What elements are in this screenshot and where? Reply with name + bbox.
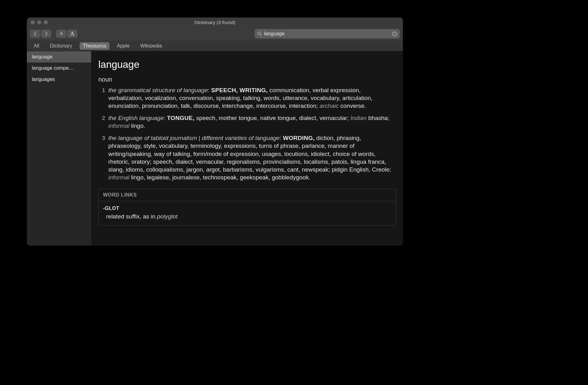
word-links-header: WORD LINKS — [99, 189, 396, 201]
sense: 1 the grammatical structure of language:… — [98, 86, 396, 110]
fullscreen-window-button[interactable] — [44, 20, 48, 24]
headword: language — [98, 59, 396, 70]
sense-body: the grammatical structure of language: S… — [108, 86, 396, 110]
sense-body: the English language: TONGUE, speech, mo… — [108, 114, 396, 130]
part-of-speech: noun — [98, 76, 396, 83]
source-tab-wikipedia[interactable]: Wikipedia — [137, 42, 165, 50]
source-tab-dictionary[interactable]: Dictionary — [47, 42, 75, 50]
register-label: informal — [108, 122, 130, 129]
svg-line-1 — [260, 34, 262, 36]
search-icon — [257, 31, 262, 36]
content-area: language language compe… languages langu… — [27, 51, 403, 246]
window-title: Dictionary (3 found) — [27, 20, 403, 25]
close-icon — [393, 32, 396, 35]
word-links-box: WORD LINKS -GLOT related suffix, as in p… — [98, 189, 396, 226]
nav-group — [30, 30, 51, 38]
back-button[interactable] — [30, 30, 40, 38]
source-tab-apple[interactable]: Apple — [114, 42, 133, 50]
font-decrease-button[interactable]: A — [56, 30, 66, 38]
example-text: the grammatical structure of language — [108, 87, 208, 93]
sidebar-item[interactable]: languages — [27, 74, 91, 85]
sidebar-item[interactable]: language compe… — [27, 62, 91, 74]
synonym-tail: lingo, legalese, journalese, technospeak… — [130, 174, 311, 181]
headword-synonyms: TONGUE, — [167, 115, 194, 121]
forward-button[interactable] — [41, 30, 51, 38]
word-link-term: -GLOT — [103, 205, 391, 212]
example-text: the English language — [108, 115, 164, 121]
search-field-wrap — [255, 29, 400, 38]
minimize-window-button[interactable] — [37, 20, 41, 24]
sidebar-item[interactable]: language — [27, 51, 91, 62]
example-text: the language of tabloid journalism | dif… — [108, 135, 280, 141]
register-label: Indian — [350, 115, 367, 121]
sense: 2 the English language: TONGUE, speech, … — [98, 114, 396, 130]
headword-synonyms: SPEECH, WRITING, — [211, 87, 268, 93]
sense: 3 the language of tabloid journalism | d… — [98, 134, 396, 181]
entry-panel[interactable]: language noun 1 the grammatical structur… — [91, 51, 403, 246]
sense-number: 2 — [98, 114, 105, 130]
synonym-tail: lingo. — [130, 122, 145, 129]
font-increase-button[interactable]: A — [67, 30, 77, 38]
titlebar: Dictionary (3 found) — [27, 18, 403, 27]
chevron-left-icon — [34, 32, 37, 36]
sense-body: the language of tabloid journalism | dif… — [108, 134, 396, 181]
toolbar: A A — [27, 27, 403, 41]
word-link-definition: related suffix, as in polyglot — [106, 212, 391, 221]
dictionary-window: Dictionary (3 found) A A — [27, 18, 403, 246]
register-label: informal — [108, 174, 130, 181]
headword-synonyms: WORDING, — [283, 135, 315, 141]
source-bar: All Dictionary Thesaurus Apple Wikipedia — [27, 41, 403, 51]
search-input[interactable] — [264, 31, 392, 37]
chevron-right-icon — [45, 32, 48, 36]
source-tab-all[interactable]: All — [31, 42, 42, 50]
source-tab-thesaurus[interactable]: Thesaurus — [80, 42, 110, 50]
synonym-tail: bhasha; — [367, 115, 390, 121]
sidebar[interactable]: language language compe… languages — [27, 51, 91, 246]
traffic-lights — [31, 20, 48, 24]
sense-number: 3 — [98, 134, 105, 181]
word-links-body: -GLOT related suffix, as in polyglot — [99, 201, 396, 225]
sense-number: 1 — [98, 86, 105, 110]
register-label: archaic — [320, 102, 339, 109]
synonym-list: speech, mother tongue, native tongue, di… — [194, 115, 350, 121]
synonym-tail: converse. — [339, 102, 366, 109]
clear-search-button[interactable] — [392, 31, 397, 37]
close-window-button[interactable] — [31, 20, 35, 24]
font-size-group: A A — [56, 30, 77, 38]
